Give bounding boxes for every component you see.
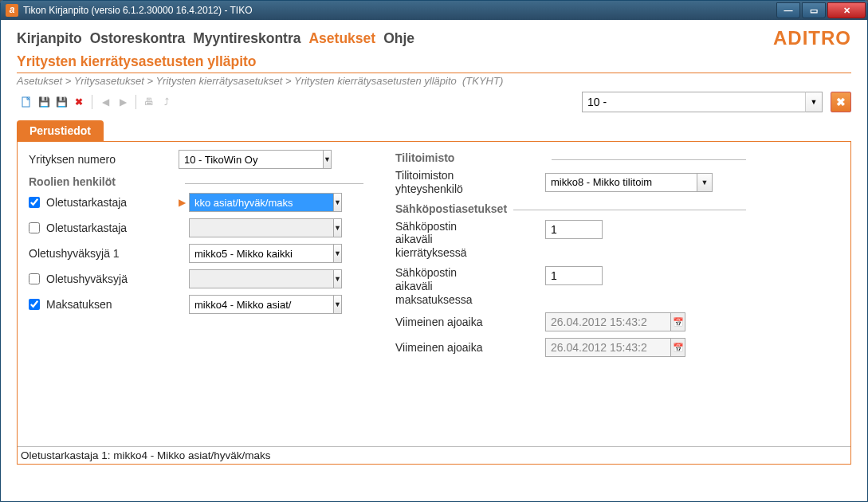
- chevron-down-icon[interactable]: ▼: [333, 244, 342, 263]
- statusbar: Oletustarkastaja 1: mikko4 - Mikko asiat…: [18, 446, 850, 464]
- tab-perustiedot[interactable]: Perustiedot: [17, 120, 104, 141]
- application-window: a Tikon Kirjanpito (versio 6.1.2.30000 1…: [0, 0, 868, 502]
- page-title-rule: [17, 73, 851, 73]
- calendar-icon[interactable]: 📅: [671, 338, 685, 357]
- breadcrumb-item[interactable]: Yritysasetukset: [74, 75, 144, 87]
- menu-kirjanpito[interactable]: Kirjanpito: [17, 30, 82, 47]
- oletustarkastaja-2-label: Oletustarkastaja: [46, 222, 127, 234]
- email-interval-2-input[interactable]: [545, 266, 603, 285]
- breadcrumb-code: (TKYHT): [462, 75, 503, 87]
- email-interval-1-label: Sähköpostin aikaväli kierrätyksessä: [395, 220, 545, 260]
- chevron-down-icon[interactable]: ▼: [333, 295, 342, 314]
- lastrun-1-input: [545, 312, 671, 331]
- menu-ostoreskontra[interactable]: Ostoreskontra: [90, 30, 186, 47]
- oletushyvaksyja-1-label: Oletushyväksyjä 1: [29, 247, 179, 260]
- company-quickselect[interactable]: [582, 92, 805, 112]
- breadcrumb-item: Yritysten kierrätysasetusten ylläpito: [294, 75, 457, 87]
- chevron-down-icon[interactable]: ▼: [323, 150, 332, 169]
- breadcrumb-item[interactable]: Asetukset: [17, 75, 62, 87]
- toolbar-sep: [92, 95, 92, 109]
- form-panel: Yrityksen numero ▼ Roolien henkilöt: [17, 141, 851, 465]
- saveas-icon[interactable]: 💾: [53, 94, 69, 110]
- company-number-label: Yrityksen numero: [29, 153, 179, 166]
- oletushyvaksyja-2-checkbox[interactable]: [29, 273, 40, 284]
- close-button[interactable]: ✕: [827, 2, 866, 18]
- menu-myyntireskontra[interactable]: Myyntireskontra: [193, 30, 300, 47]
- oletushyvaksyja-2-label: Oletushyväksyjä: [46, 273, 128, 285]
- oletushyvaksyja-2-select[interactable]: [189, 269, 333, 288]
- toolbar: 💾 💾 ✖ ◀ ▶ 🖶 ⤴: [17, 94, 582, 110]
- section-rule: [185, 183, 363, 184]
- oletushyvaksyja-1-select[interactable]: [189, 244, 333, 263]
- export-icon[interactable]: ⤴: [159, 94, 175, 110]
- brand-logo: ADITRO: [773, 27, 851, 49]
- print-icon[interactable]: 🖶: [141, 94, 157, 110]
- oletustarkastaja-1-checkbox[interactable]: [29, 197, 40, 208]
- save-icon[interactable]: 💾: [36, 94, 52, 110]
- clear-button[interactable]: ✖: [831, 92, 851, 112]
- section-rule: [552, 159, 746, 160]
- calendar-icon[interactable]: 📅: [671, 312, 685, 331]
- toolbar-sep: [136, 95, 136, 109]
- breadcrumb: Asetukset > Yritysasetukset > Yritysten …: [17, 75, 851, 87]
- forward-icon[interactable]: ▶: [115, 94, 131, 110]
- roles-section-label: Roolien henkilöt: [29, 175, 179, 188]
- email-interval-2-label: Sähköpostin aikaväli maksatuksessa: [395, 266, 545, 306]
- main-menu: Kirjanpito Ostoreskontra Myyntireskontra…: [17, 25, 851, 52]
- chevron-down-icon[interactable]: ▼: [333, 193, 342, 212]
- lastrun-2-label: Viimeinen ajoaika: [395, 341, 545, 354]
- chevron-down-icon[interactable]: ▼: [333, 218, 342, 237]
- office-contact-select[interactable]: [545, 173, 697, 192]
- oletustarkastaja-1-select[interactable]: [189, 193, 333, 212]
- oletustarkastaja-1-label: Oletustarkastaja: [46, 196, 127, 209]
- section-rule: [513, 210, 746, 210]
- breadcrumb-item[interactable]: Yritysten kierrätysasetukset: [155, 75, 282, 87]
- chevron-down-icon[interactable]: ▼: [697, 173, 713, 192]
- window-title: Tikon Kirjanpito (versio 6.1.2.30000 16.…: [23, 5, 775, 16]
- menu-ohje[interactable]: Ohje: [383, 30, 414, 47]
- oletustarkastaja-2-select[interactable]: [189, 218, 333, 237]
- delete-icon[interactable]: ✖: [71, 94, 87, 110]
- office-contact-label: Tilitoimiston yhteyshenkilö: [395, 169, 545, 196]
- app-icon: a: [6, 4, 18, 17]
- email-section-label: Sähköpostiasetukset: [395, 202, 507, 215]
- maksatuksen-checkbox[interactable]: [29, 299, 40, 310]
- titlebar[interactable]: a Tikon Kirjanpito (versio 6.1.2.30000 1…: [1, 1, 867, 20]
- minimize-button[interactable]: —: [776, 2, 800, 18]
- page-title: Yritysten kierrätysasetusten ylläpito: [17, 53, 851, 70]
- lastrun-1-label: Viimeinen ajoaika: [395, 316, 545, 328]
- back-icon[interactable]: ◀: [97, 94, 113, 110]
- maksatuksen-label: Maksatuksen: [46, 298, 112, 311]
- email-interval-1-input[interactable]: [545, 220, 603, 239]
- company-quickselect-dropdown-icon[interactable]: ▼: [805, 92, 823, 112]
- tilitoimisto-section-label: Tilitoimisto: [395, 151, 545, 164]
- company-number-select[interactable]: [179, 150, 323, 169]
- maximize-button[interactable]: ▭: [802, 2, 826, 18]
- maksatuksen-select[interactable]: [189, 295, 333, 314]
- new-icon[interactable]: [18, 94, 34, 110]
- oletustarkastaja-2-checkbox[interactable]: [29, 222, 40, 233]
- menu-asetukset[interactable]: Asetukset: [308, 30, 375, 47]
- chevron-down-icon[interactable]: ▼: [333, 269, 342, 288]
- current-row-arrow-icon: ▶: [179, 197, 186, 208]
- lastrun-2-input: [545, 338, 671, 357]
